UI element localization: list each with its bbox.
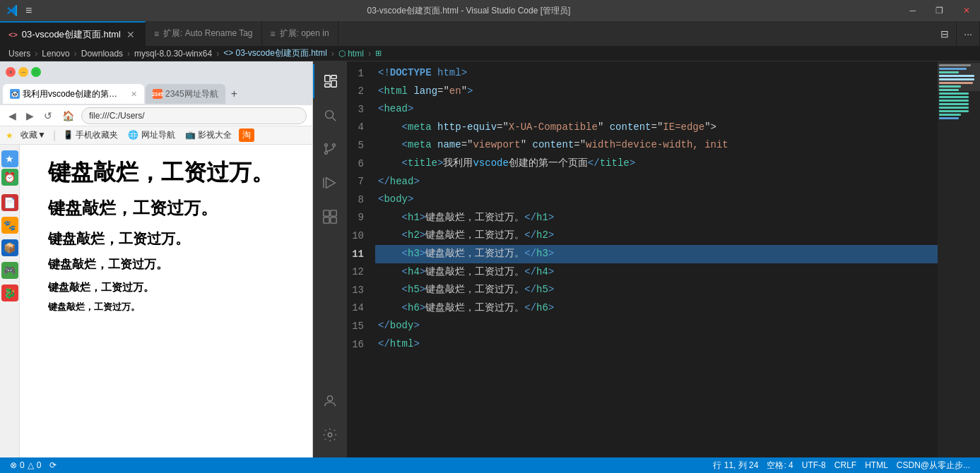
code-line-14: <h6>键盘敲烂，工资过万。</h6> <box>375 299 938 318</box>
status-line-col[interactable]: 行 11, 列 24 <box>709 457 762 473</box>
activity-extensions[interactable] <box>313 200 347 234</box>
svg-rect-1 <box>331 76 336 79</box>
back-button[interactable]: ◀ <box>6 109 19 123</box>
bookmark-favorites[interactable]: 收藏▼ <box>18 128 49 143</box>
status-csdn[interactable]: CSDN@从零止步... <box>892 457 974 473</box>
browser-chrome: ✕ ─ □ <box>0 61 312 83</box>
status-encoding[interactable]: UTF-8 <box>798 457 830 473</box>
browser-tab-inactive[interactable]: 2345 2345网址导航 <box>146 84 225 104</box>
more-actions-button[interactable]: ··· <box>957 21 980 46</box>
activity-account[interactable] <box>313 384 347 418</box>
browser-close-btn[interactable]: ✕ <box>6 67 16 77</box>
sidebar-app2-icon[interactable]: 📦 <box>1 239 18 256</box>
bookmarks-bar: ★ 收藏▼ | 📱 手机收藏夹 🌐 网址导航 📺 影视大全 淘 <box>0 126 312 145</box>
breadcrumb-mysql[interactable]: mysql-8.0.30-winx64 <box>134 49 212 59</box>
spaces-text: 空格: 4 <box>767 460 793 472</box>
bookmark-mobile[interactable]: 📱 手机收藏夹 <box>60 128 121 143</box>
minimap-line <box>939 110 969 112</box>
minimap-line <box>939 117 959 119</box>
line-num-7: 7 <box>347 173 370 191</box>
sidebar-app3-icon[interactable]: 🎮 <box>1 262 18 279</box>
close-button[interactable]: ✕ <box>959 4 974 17</box>
warning-icon: △ <box>28 460 34 470</box>
breadcrumb-lenovo[interactable]: Lenovo <box>42 49 69 59</box>
breadcrumb-users[interactable]: Users <box>8 49 30 59</box>
tab-open-in-icon: ≡ <box>271 29 276 39</box>
sidebar-star-icon[interactable]: ★ <box>1 150 18 167</box>
page-heading-6: 键盘敲烂，工资过万。 <box>48 300 284 314</box>
main-area: ✕ ─ □ 🐼 我利用vscode创建的第一页 ✕ 2345 2345网址导航 … <box>0 61 980 457</box>
address-input[interactable] <box>81 107 307 124</box>
breadcrumb-downloads[interactable]: Downloads <box>81 49 123 59</box>
code-line-11: <h3>键盘敲烂，工资过万。</h3> <box>375 245 938 263</box>
breadcrumb-html-tag[interactable]: ⬡ html <box>338 49 364 59</box>
browser-max-btn[interactable]: □ <box>31 67 41 77</box>
code-line-3: <head> <box>375 100 938 119</box>
warning-count: 0 <box>37 460 42 470</box>
sidebar-pdf-icon[interactable]: 📄 <box>1 194 18 211</box>
browser-tab-active[interactable]: 🐼 我利用vscode创建的第一页 ✕ <box>3 84 144 104</box>
split-icon: ⊟ <box>940 28 949 40</box>
status-line-ending[interactable]: CRLF <box>830 457 861 473</box>
error-count: 0 <box>20 460 25 470</box>
activity-source-control[interactable] <box>313 132 347 166</box>
svg-rect-12 <box>324 210 329 216</box>
svg-point-4 <box>326 111 333 119</box>
svg-rect-15 <box>331 217 336 223</box>
minimize-button[interactable]: ─ <box>905 4 920 17</box>
activity-explorer[interactable] <box>313 64 347 98</box>
csdn-text: CSDN@从零止步... <box>897 460 970 472</box>
status-spaces[interactable]: 空格: 4 <box>762 457 797 473</box>
sidebar-clock-icon[interactable]: ⏰ <box>1 169 18 186</box>
bookmark-video[interactable]: 📺 影视大全 <box>182 128 235 143</box>
more-icon: ··· <box>964 28 972 40</box>
svg-point-8 <box>325 152 328 155</box>
browser-min-btn[interactable]: ─ <box>18 67 28 77</box>
status-language[interactable]: HTML <box>861 457 892 473</box>
forward-button[interactable]: ▶ <box>23 109 37 123</box>
line-num-2: 2 <box>347 83 370 101</box>
activity-run-debug[interactable] <box>313 166 347 200</box>
hamburger-menu[interactable]: ≡ <box>25 4 32 17</box>
tab-auto-rename[interactable]: ≡ 扩展: Auto Rename Tag <box>146 21 262 46</box>
tab-close-icon[interactable]: ✕ <box>125 28 136 41</box>
window-title: 03-vscode创建页面.html - Visual Studio Code … <box>32 5 905 17</box>
browser-tab-inactive-label: 2345网址导航 <box>165 88 218 100</box>
bookmark-taobao[interactable]: 淘 <box>239 128 254 142</box>
code-line-12: <h4>键盘敲烂，工资过万。</h4> <box>375 263 938 282</box>
status-errors[interactable]: ⊗ 0 △ 0 <box>6 457 45 473</box>
tab-open-in[interactable]: ≡ 扩展: open in <box>262 21 338 46</box>
activity-search[interactable] <box>313 98 347 132</box>
status-sync[interactable]: ⟳ <box>45 457 61 473</box>
tab-active-html[interactable]: <> 03-vscode创建页面.html ✕ <box>0 21 146 46</box>
sidebar-app1-icon[interactable]: 🐾 <box>1 217 18 234</box>
reload-button[interactable]: ↺ <box>41 109 55 123</box>
new-tab-button[interactable]: + <box>227 85 242 103</box>
page-heading-1: 键盘敲烂，工资过万。 <box>48 159 284 186</box>
sidebar-app4-icon[interactable]: 🐉 <box>1 285 18 301</box>
home-button[interactable]: 🏠 <box>59 109 77 123</box>
line-num-14: 14 <box>347 299 370 318</box>
line-num-13: 13 <box>347 281 370 299</box>
bookmark-nav[interactable]: 🌐 网址导航 <box>125 128 177 143</box>
code-editor[interactable]: <!DOCTYPE html> <html lang="en"> <head> … <box>375 61 938 457</box>
svg-rect-0 <box>325 76 330 82</box>
browser-content-area: 键盘敲烂，工资过万。 键盘敲烂，工资过万。 键盘敲烂，工资过万。 键盘敲烂，工资… <box>20 145 312 457</box>
browser-tab-close[interactable]: ✕ <box>131 90 137 99</box>
tab-inactive-label: ≡ <box>154 29 159 39</box>
minimap-content <box>938 61 980 457</box>
tab-open-in-label: 扩展: open in <box>280 28 329 40</box>
svg-point-6 <box>325 144 328 147</box>
split-editor-button[interactable]: ⊟ <box>933 21 957 46</box>
restore-button[interactable]: ❐ <box>931 4 947 17</box>
minimap-line <box>939 100 969 102</box>
line-ending-text: CRLF <box>834 460 856 470</box>
tab-bar: <> 03-vscode创建页面.html ✕ ≡ 扩展: Auto Renam… <box>0 21 980 46</box>
code-line-5: <meta name="viewport" content="width=dev… <box>375 136 938 155</box>
code-line-16: </html> <box>375 335 938 354</box>
page-heading-4: 键盘敲烂，工资过万。 <box>48 256 284 273</box>
breadcrumb-file[interactable]: <> 03-vscode创建页面.html <box>223 47 327 59</box>
browser-window-controls: ✕ ─ □ <box>6 67 41 77</box>
minimap[interactable] <box>938 61 980 457</box>
activity-settings[interactable] <box>313 418 347 452</box>
